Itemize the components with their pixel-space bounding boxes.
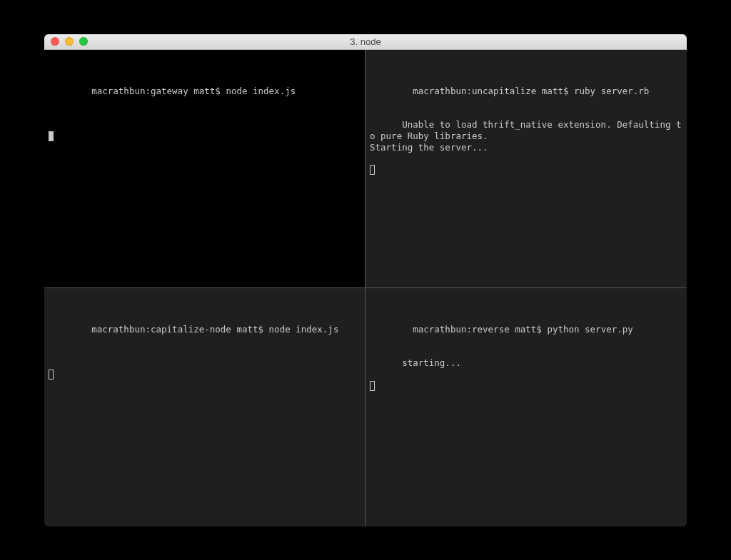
command: ruby server.rb xyxy=(574,86,649,96)
prompt: macrathbun:reverse matt$ xyxy=(413,324,547,335)
close-icon[interactable] xyxy=(51,37,59,46)
cursor-icon xyxy=(49,131,54,141)
cursor-icon xyxy=(370,165,375,175)
zoom-icon[interactable] xyxy=(79,37,88,46)
pane-bottom-left[interactable]: macrathbun:capitalize-node matt$ node in… xyxy=(44,288,366,526)
pane-bottom-right[interactable]: macrathbun:reverse matt$ python server.p… xyxy=(366,288,687,526)
cursor-icon xyxy=(370,381,375,391)
command: python server.py xyxy=(547,324,632,335)
window-title: 3. node xyxy=(44,36,687,47)
tmux-panes: macrathbun:gateway matt$ node index.js m… xyxy=(44,50,687,526)
minimize-icon[interactable] xyxy=(65,37,74,46)
output: starting... xyxy=(402,357,461,368)
pane-top-left[interactable]: macrathbun:gateway matt$ node index.js xyxy=(44,50,366,288)
titlebar[interactable]: 3. node xyxy=(44,34,687,50)
traffic-lights xyxy=(44,37,88,46)
prompt: macrathbun:gateway matt$ xyxy=(91,86,226,96)
prompt: macrathbun:uncapitalize matt$ xyxy=(413,86,574,96)
prompt: macrathbun:capitalize-node matt$ xyxy=(91,324,268,335)
command: node index.js xyxy=(269,324,339,335)
pane-top-right[interactable]: macrathbun:uncapitalize matt$ ruby serve… xyxy=(366,50,687,288)
output: Unable to load thrift_native extension. … xyxy=(370,119,682,152)
cursor-icon xyxy=(49,370,54,380)
terminal-window: 3. node macrathbun:gateway matt$ node in… xyxy=(44,34,687,526)
command: node index.js xyxy=(226,86,296,96)
